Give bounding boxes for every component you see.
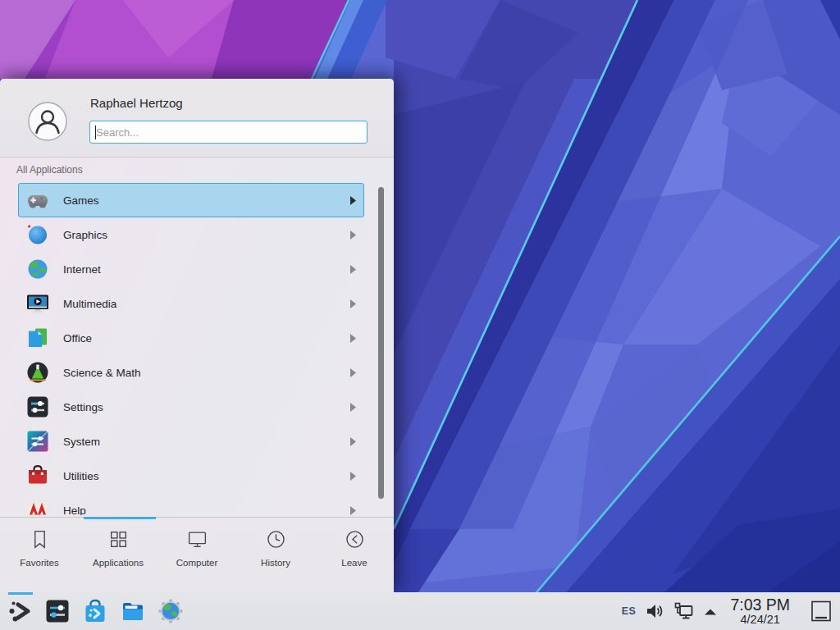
- text-caret: [95, 126, 96, 139]
- clock-date: 4/24/21: [730, 614, 790, 626]
- system-icon: [25, 428, 51, 454]
- file-manager-task[interactable]: [120, 598, 146, 624]
- tab-label: Leave: [341, 558, 367, 568]
- globe-gear-icon: [158, 598, 184, 624]
- active-tab-indicator: [84, 517, 156, 519]
- folder-icon: [120, 598, 146, 624]
- volume-icon[interactable]: [645, 601, 664, 621]
- network-icon[interactable]: [673, 601, 694, 622]
- multimedia-icon: [25, 290, 51, 317]
- submenu-arrow-icon: [350, 196, 356, 205]
- category-internet[interactable]: Internet: [18, 252, 364, 286]
- tab-computer[interactable]: Computer: [158, 518, 236, 592]
- history-clock-icon: [265, 528, 287, 550]
- desktop: Raphael Hertzog All Applications: [0, 0, 840, 630]
- category-system[interactable]: System: [18, 424, 364, 459]
- category-label: Office: [63, 332, 350, 345]
- tab-favorites[interactable]: Favorites: [0, 518, 79, 592]
- user-avatar[interactable]: [28, 102, 67, 141]
- science-math-icon: [25, 359, 51, 386]
- search-field-frame: [89, 121, 368, 144]
- leave-icon: [344, 528, 366, 550]
- submenu-arrow-icon: [350, 265, 356, 274]
- active-task-indicator: [8, 592, 33, 595]
- show-desktop-button[interactable]: [810, 600, 832, 623]
- internet-icon: [25, 256, 51, 282]
- submenu-arrow-icon: [350, 231, 356, 240]
- launcher-tab-bar: Favorites Applications Computer: [0, 517, 394, 592]
- discover-task[interactable]: [82, 598, 108, 624]
- tray-expander-icon[interactable]: [703, 605, 718, 617]
- user-name: Raphael Hertzog: [90, 96, 183, 110]
- task-manager: [7, 598, 184, 624]
- kickoff-icon: [7, 598, 33, 624]
- tab-applications[interactable]: Applications: [79, 518, 158, 592]
- scrollbar-thumb[interactable]: [378, 187, 384, 499]
- utilities-icon: [25, 463, 51, 489]
- application-launcher-menu: Raphael Hertzog All Applications: [0, 79, 394, 592]
- office-icon: [25, 325, 51, 351]
- web-browser-task[interactable]: [158, 598, 184, 624]
- category-label: Multimedia: [63, 298, 350, 310]
- category-label: Help: [63, 504, 350, 516]
- category-multimedia[interactable]: Multimedia: [18, 286, 364, 321]
- tab-leave[interactable]: Leave: [315, 518, 394, 592]
- submenu-arrow-icon: [350, 472, 356, 481]
- search-input[interactable]: [90, 121, 367, 143]
- tab-label: History: [261, 558, 290, 568]
- system-settings-task[interactable]: [44, 598, 71, 624]
- launcher-header: Raphael Hertzog: [0, 79, 394, 158]
- help-icon: [25, 497, 51, 515]
- category-label: Games: [63, 194, 350, 207]
- submenu-arrow-icon: [350, 403, 356, 412]
- keyboard-layout-indicator[interactable]: ES: [622, 605, 637, 617]
- category-graphics[interactable]: Graphics: [18, 217, 364, 252]
- category-utilities[interactable]: Utilities: [18, 459, 364, 493]
- games-icon: [25, 187, 51, 213]
- system-tray: ES: [622, 597, 835, 626]
- graphics-icon: [25, 221, 51, 248]
- submenu-arrow-icon: [350, 437, 356, 446]
- category-label: Settings: [63, 401, 350, 413]
- tab-label: Favorites: [20, 558, 58, 568]
- submenu-arrow-icon: [350, 299, 356, 308]
- section-label: All Applications: [16, 164, 83, 176]
- category-settings[interactable]: Settings: [18, 390, 364, 424]
- category-label: System: [63, 436, 350, 448]
- category-label: Internet: [63, 263, 350, 276]
- category-list: Games Graphics: [0, 183, 394, 515]
- category-label: Graphics: [63, 229, 350, 241]
- submenu-arrow-icon: [350, 368, 356, 377]
- digital-clock[interactable]: 7:03 PM 4/24/21: [730, 597, 790, 626]
- discover-icon: [82, 598, 108, 624]
- application-launcher-button[interactable]: [7, 598, 33, 624]
- bookmark-icon: [29, 528, 51, 550]
- submenu-arrow-icon: [350, 506, 356, 515]
- category-science-math[interactable]: Science & Math: [18, 355, 364, 390]
- category-label: Utilities: [63, 470, 350, 482]
- system-settings-icon: [44, 598, 71, 624]
- tab-label: Computer: [176, 558, 218, 568]
- app-grid-icon: [107, 528, 130, 550]
- tab-label: Applications: [93, 558, 144, 568]
- taskbar-panel: ES: [0, 592, 840, 630]
- computer-icon: [186, 528, 208, 550]
- clock-time: 7:03 PM: [730, 597, 790, 614]
- category-help[interactable]: Help: [18, 493, 364, 515]
- category-label: Science & Math: [63, 367, 350, 379]
- tab-history[interactable]: History: [236, 518, 315, 592]
- category-office[interactable]: Office: [18, 321, 364, 355]
- settings-icon: [25, 394, 51, 420]
- submenu-arrow-icon: [350, 334, 356, 343]
- category-games[interactable]: Games: [18, 183, 364, 217]
